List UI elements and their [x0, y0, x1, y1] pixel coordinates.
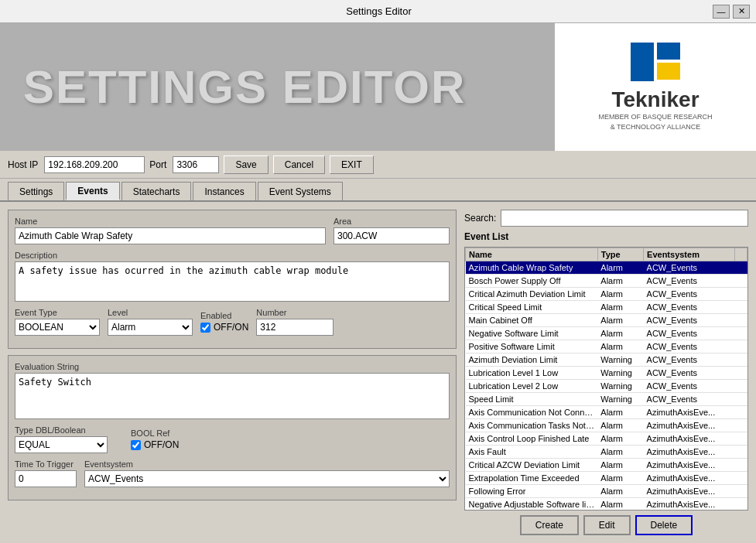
edit-button[interactable]: Edit	[583, 515, 631, 535]
name-input[interactable]	[15, 227, 326, 244]
table-row[interactable]: Azimuth Deviation Limit Warning ACW_Even…	[466, 353, 747, 367]
event-name-cell: Axis Communication Not Connect...	[466, 406, 598, 419]
enabled-checkbox[interactable]	[200, 323, 210, 333]
event-eventsystem-cell: ACW_Events	[644, 261, 735, 275]
event-eventsystem-cell: ACW_Events	[644, 353, 735, 367]
minimize-button[interactable]: —	[713, 5, 730, 19]
create-button[interactable]: Create	[520, 515, 579, 535]
area-input[interactable]	[334, 227, 450, 244]
time-eventsystem-row: Time To Trigger Eventsystem ACW_Events A…	[15, 459, 450, 487]
event-type-cell: Alarm	[597, 261, 643, 275]
tab-settings[interactable]: Settings	[8, 182, 64, 200]
table-row[interactable]: Following Error Alarm AzimuthAxisEve...	[466, 485, 747, 498]
event-type-cell: Warning	[597, 393, 643, 406]
level-label: Level	[108, 308, 193, 317]
table-row[interactable]: Axis Fault Alarm AzimuthAxisEve...	[466, 446, 747, 459]
table-row[interactable]: Main Cabinet Off Alarm ACW_Events	[466, 314, 747, 327]
table-row[interactable]: Lubrication Level 2 Low Warning ACW_Even…	[466, 380, 747, 393]
event-type-cell: Alarm	[597, 459, 643, 472]
type-dbl-group: Type DBL/Boolean EQUAL NOT EQUAL GREATER…	[15, 425, 108, 453]
save-button[interactable]: Save	[224, 155, 268, 174]
level-select[interactable]: Alarm Warning Info	[108, 319, 193, 336]
tab-events[interactable]: Events	[66, 182, 119, 200]
bool-ref-group: BOOL Ref OFF/ON	[131, 429, 179, 450]
event-list-label: Event List	[464, 231, 748, 242]
event-name-cell: Main Cabinet Off	[466, 314, 598, 327]
event-eventsystem-cell: ACW_Events	[644, 327, 735, 340]
table-row[interactable]: Speed Limit Warning ACW_Events	[466, 393, 747, 406]
event-eventsystem-cell: ACW_Events	[644, 380, 735, 393]
host-ip-label: Host IP	[8, 159, 38, 170]
event-type-cell: Alarm	[597, 288, 643, 301]
left-panel: Name Area Description Event Type BOOLEAN	[8, 210, 457, 535]
event-name-cell: Extrapolation Time Exceeded	[466, 472, 598, 485]
desc-input[interactable]	[15, 261, 450, 302]
table-row[interactable]: Axis Communication Not Connect... Alarm …	[466, 406, 747, 419]
close-button[interactable]: ✕	[733, 5, 750, 19]
event-type-cell: Alarm	[597, 419, 643, 432]
table-row[interactable]: Critical Azimuth Deviation Limit Alarm A…	[466, 288, 747, 301]
delete-button[interactable]: Delete	[635, 515, 693, 535]
event-eventsystem-cell: AzimuthAxisEve...	[644, 419, 735, 432]
logo-icon	[631, 43, 680, 81]
number-input[interactable]	[256, 319, 334, 336]
event-list-container[interactable]: Name Type Eventsystem Azimuth Cable Wrap…	[464, 247, 748, 511]
header-title: SETTINGS EDITOR	[0, 60, 466, 114]
event-name-cell: Azimuth Deviation Limit	[466, 353, 598, 367]
event-eventsystem-cell: ACW_Events	[644, 275, 735, 288]
event-type-cell: Warning	[597, 380, 643, 393]
table-row[interactable]: Critical Speed Limit Alarm ACW_Events	[466, 301, 747, 314]
table-row[interactable]: Axis Control Loop Finished Late Alarm Az…	[466, 432, 747, 446]
table-row[interactable]: Negative Adjustable Software limi... Ala…	[466, 498, 747, 511]
type-dbl-row: Type DBL/Boolean EQUAL NOT EQUAL GREATER…	[15, 425, 450, 453]
bool-ref-checkbox[interactable]	[131, 440, 141, 450]
top-panel-box: Name Area Description Event Type BOOLEAN	[8, 210, 457, 349]
bool-ref-label: BOOL Ref	[131, 429, 179, 438]
event-type-cell: Alarm	[597, 446, 643, 459]
table-row[interactable]: Negative Software Limit Alarm ACW_Events	[466, 327, 747, 340]
event-eventsystem-cell: ACW_Events	[644, 314, 735, 327]
tab-statecharts[interactable]: Statecharts	[121, 182, 192, 200]
event-type-cell: Alarm	[597, 327, 643, 340]
event-eventsystem-cell: ACW_Events	[644, 340, 735, 353]
cancel-button[interactable]: Cancel	[273, 155, 325, 174]
port-input[interactable]	[173, 156, 219, 173]
eval-string-input[interactable]	[15, 373, 450, 419]
event-name-cell: Positive Software Limit	[466, 340, 598, 353]
table-row[interactable]: Positive Software Limit Alarm ACW_Events	[466, 340, 747, 353]
exit-button[interactable]: EXIT	[330, 155, 374, 174]
table-row[interactable]: Critical AZCW Deviation Limit Alarm Azim…	[466, 459, 747, 472]
event-eventsystem-cell: ACW_Events	[644, 301, 735, 314]
event-type-select[interactable]: BOOLEAN INTEGER DOUBLE	[15, 319, 100, 336]
search-row: Search:	[464, 210, 748, 227]
number-group: Number	[256, 308, 334, 336]
event-name-cell: Negative Software Limit	[466, 327, 598, 340]
eventsystem-select[interactable]: ACW_Events AzimuthAxisEvents	[84, 470, 450, 487]
event-name-cell: Speed Limit	[466, 393, 598, 406]
bool-ref-text: OFF/ON	[144, 439, 179, 450]
event-name-cell: Critical Azimuth Deviation Limit	[466, 288, 598, 301]
col-eventsystem: Eventsystem	[644, 248, 735, 261]
table-row[interactable]: Lubrication Level 1 Low Warning ACW_Even…	[466, 367, 747, 380]
table-row[interactable]: Extrapolation Time Exceeded Alarm Azimut…	[466, 472, 747, 485]
table-row[interactable]: Axis Communication Tasks Not Re... Alarm…	[466, 419, 747, 432]
main-content: Name Area Description Event Type BOOLEAN	[0, 202, 756, 543]
event-name-cell: Azimuth Cable Wrap Safety	[466, 261, 598, 275]
search-input[interactable]	[501, 210, 748, 227]
logo-subtext1: MEMBER OF BASQUE RESEARCH	[598, 112, 712, 122]
col-name: Name	[466, 248, 598, 261]
table-row[interactable]: Bosch Power Supply Off Alarm ACW_Events	[466, 275, 747, 288]
time-trigger-input[interactable]	[15, 470, 77, 487]
tab-instances[interactable]: Instances	[193, 182, 255, 200]
bool-ref-checkbox-row: OFF/ON	[131, 439, 179, 450]
enabled-group: Enabled OFF/ON	[200, 311, 248, 333]
enabled-checkbox-row: OFF/ON	[200, 322, 248, 333]
event-type-group: Event Type BOOLEAN INTEGER DOUBLE	[15, 308, 100, 336]
tab-event-systems[interactable]: Event Systems	[258, 182, 343, 200]
host-ip-input[interactable]	[44, 156, 145, 173]
event-name-cell: Axis Control Loop Finished Late	[466, 432, 598, 446]
table-row[interactable]: Azimuth Cable Wrap Safety Alarm ACW_Even…	[466, 261, 747, 275]
event-type-cell: Alarm	[597, 275, 643, 288]
event-eventsystem-cell: ACW_Events	[644, 367, 735, 380]
type-dbl-select[interactable]: EQUAL NOT EQUAL GREATER LESS	[15, 436, 108, 453]
